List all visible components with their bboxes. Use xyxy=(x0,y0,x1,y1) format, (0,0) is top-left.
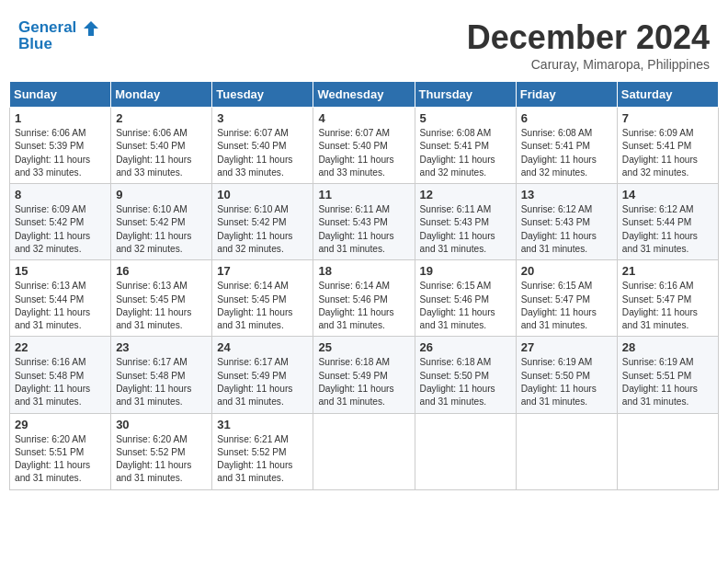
day-info: Sunrise: 6:07 AM Sunset: 5:40 PM Dayligh… xyxy=(318,127,409,179)
day-info: Sunrise: 6:16 AM Sunset: 5:47 PM Dayligh… xyxy=(622,280,713,332)
calendar-cell: 5Sunrise: 6:08 AM Sunset: 5:41 PM Daylig… xyxy=(415,108,516,184)
day-number: 30 xyxy=(116,418,207,431)
calendar-cell xyxy=(516,413,617,489)
logo-line2: Blue xyxy=(18,35,99,53)
day-info: Sunrise: 6:09 AM Sunset: 5:41 PM Dayligh… xyxy=(622,127,713,179)
day-number: 3 xyxy=(217,111,308,125)
calendar-cell: 24Sunrise: 6:17 AM Sunset: 5:49 PM Dayli… xyxy=(212,337,313,413)
day-number: 26 xyxy=(420,340,511,354)
day-info: Sunrise: 6:12 AM Sunset: 5:43 PM Dayligh… xyxy=(521,203,612,256)
calendar-cell: 26Sunrise: 6:18 AM Sunset: 5:50 PM Dayli… xyxy=(415,337,516,413)
day-info: Sunrise: 6:13 AM Sunset: 5:44 PM Dayligh… xyxy=(15,280,106,332)
calendar-cell: 3Sunrise: 6:07 AM Sunset: 5:40 PM Daylig… xyxy=(212,108,313,184)
calendar-cell: 10Sunrise: 6:10 AM Sunset: 5:42 PM Dayli… xyxy=(212,184,313,260)
calendar-cell: 4Sunrise: 6:07 AM Sunset: 5:40 PM Daylig… xyxy=(313,108,415,184)
calendar-cell: 19Sunrise: 6:15 AM Sunset: 5:46 PM Dayli… xyxy=(415,260,516,337)
calendar-cell: 29Sunrise: 6:20 AM Sunset: 5:51 PM Dayli… xyxy=(10,413,111,489)
day-info: Sunrise: 6:19 AM Sunset: 5:51 PM Dayligh… xyxy=(622,356,713,408)
weekday-header-saturday: Saturday xyxy=(617,82,718,108)
day-number: 5 xyxy=(420,111,511,125)
calendar-cell: 20Sunrise: 6:15 AM Sunset: 5:47 PM Dayli… xyxy=(516,260,617,337)
calendar-cell: 11Sunrise: 6:11 AM Sunset: 5:43 PM Dayli… xyxy=(313,184,415,260)
calendar-cell: 18Sunrise: 6:14 AM Sunset: 5:46 PM Dayli… xyxy=(313,260,415,337)
calendar-cell: 1Sunrise: 6:06 AM Sunset: 5:39 PM Daylig… xyxy=(10,108,111,184)
weekday-header-tuesday: Tuesday xyxy=(212,82,313,108)
calendar-cell: 8Sunrise: 6:09 AM Sunset: 5:42 PM Daylig… xyxy=(10,184,111,260)
day-info: Sunrise: 6:17 AM Sunset: 5:48 PM Dayligh… xyxy=(116,356,207,408)
calendar-cell: 28Sunrise: 6:19 AM Sunset: 5:51 PM Dayli… xyxy=(617,337,718,413)
weekday-header-wednesday: Wednesday xyxy=(313,82,415,108)
day-info: Sunrise: 6:21 AM Sunset: 5:52 PM Dayligh… xyxy=(217,433,308,486)
day-info: Sunrise: 6:18 AM Sunset: 5:49 PM Dayligh… xyxy=(318,356,409,408)
calendar-cell: 22Sunrise: 6:16 AM Sunset: 5:48 PM Dayli… xyxy=(10,337,111,413)
day-number: 23 xyxy=(116,340,207,354)
day-number: 16 xyxy=(116,264,207,278)
calendar-cell: 7Sunrise: 6:09 AM Sunset: 5:41 PM Daylig… xyxy=(617,108,718,184)
day-info: Sunrise: 6:11 AM Sunset: 5:43 PM Dayligh… xyxy=(318,203,409,256)
day-info: Sunrise: 6:07 AM Sunset: 5:40 PM Dayligh… xyxy=(217,127,308,179)
day-number: 19 xyxy=(420,264,511,278)
calendar-week-5: 29Sunrise: 6:20 AM Sunset: 5:51 PM Dayli… xyxy=(10,413,719,489)
day-info: Sunrise: 6:17 AM Sunset: 5:49 PM Dayligh… xyxy=(217,356,308,408)
day-info: Sunrise: 6:06 AM Sunset: 5:39 PM Dayligh… xyxy=(15,127,106,179)
calendar-cell: 21Sunrise: 6:16 AM Sunset: 5:47 PM Dayli… xyxy=(617,260,718,337)
day-info: Sunrise: 6:11 AM Sunset: 5:43 PM Dayligh… xyxy=(420,203,511,256)
location-subtitle: Caruray, Mimaropa, Philippines xyxy=(467,57,710,72)
day-number: 6 xyxy=(521,111,612,125)
day-info: Sunrise: 6:08 AM Sunset: 5:41 PM Dayligh… xyxy=(420,127,511,179)
day-info: Sunrise: 6:06 AM Sunset: 5:40 PM Dayligh… xyxy=(116,127,207,179)
calendar-cell: 14Sunrise: 6:12 AM Sunset: 5:44 PM Dayli… xyxy=(617,184,718,260)
day-number: 14 xyxy=(622,188,713,201)
day-info: Sunrise: 6:16 AM Sunset: 5:48 PM Dayligh… xyxy=(15,356,106,408)
weekday-header-row: SundayMondayTuesdayWednesdayThursdayFrid… xyxy=(10,82,719,108)
day-number: 1 xyxy=(15,111,106,125)
day-info: Sunrise: 6:20 AM Sunset: 5:51 PM Dayligh… xyxy=(15,433,106,486)
day-number: 29 xyxy=(15,418,106,431)
calendar-week-3: 15Sunrise: 6:13 AM Sunset: 5:44 PM Dayli… xyxy=(10,260,719,337)
day-info: Sunrise: 6:18 AM Sunset: 5:50 PM Dayligh… xyxy=(420,356,511,408)
day-number: 17 xyxy=(217,264,308,278)
day-info: Sunrise: 6:15 AM Sunset: 5:47 PM Dayligh… xyxy=(521,280,612,332)
day-number: 12 xyxy=(420,188,511,201)
day-info: Sunrise: 6:12 AM Sunset: 5:44 PM Dayligh… xyxy=(622,203,713,256)
day-number: 27 xyxy=(521,340,612,354)
calendar-cell: 12Sunrise: 6:11 AM Sunset: 5:43 PM Dayli… xyxy=(415,184,516,260)
day-info: Sunrise: 6:10 AM Sunset: 5:42 PM Dayligh… xyxy=(217,203,308,256)
day-number: 22 xyxy=(15,340,106,354)
day-number: 4 xyxy=(318,111,409,125)
day-number: 31 xyxy=(217,418,308,431)
calendar-table: SundayMondayTuesdayWednesdayThursdayFrid… xyxy=(9,81,719,490)
weekday-header-monday: Monday xyxy=(111,82,212,108)
weekday-header-sunday: Sunday xyxy=(10,82,111,108)
calendar-week-2: 8Sunrise: 6:09 AM Sunset: 5:42 PM Daylig… xyxy=(10,184,719,260)
calendar-cell: 30Sunrise: 6:20 AM Sunset: 5:52 PM Dayli… xyxy=(111,413,212,489)
day-info: Sunrise: 6:15 AM Sunset: 5:46 PM Dayligh… xyxy=(420,280,511,332)
calendar-cell: 16Sunrise: 6:13 AM Sunset: 5:45 PM Dayli… xyxy=(111,260,212,337)
calendar-cell: 6Sunrise: 6:08 AM Sunset: 5:41 PM Daylig… xyxy=(516,108,617,184)
calendar-cell: 2Sunrise: 6:06 AM Sunset: 5:40 PM Daylig… xyxy=(111,108,212,184)
day-number: 13 xyxy=(521,188,612,201)
day-info: Sunrise: 6:09 AM Sunset: 5:42 PM Dayligh… xyxy=(15,203,106,256)
day-number: 20 xyxy=(521,264,612,278)
day-info: Sunrise: 6:13 AM Sunset: 5:45 PM Dayligh… xyxy=(116,280,207,332)
calendar-cell: 9Sunrise: 6:10 AM Sunset: 5:42 PM Daylig… xyxy=(111,184,212,260)
day-info: Sunrise: 6:14 AM Sunset: 5:46 PM Dayligh… xyxy=(318,280,409,332)
calendar-cell: 23Sunrise: 6:17 AM Sunset: 5:48 PM Dayli… xyxy=(111,337,212,413)
weekday-header-thursday: Thursday xyxy=(415,82,516,108)
month-title: December 2024 xyxy=(467,18,710,57)
page-header: General Blue December 2024 Caruray, Mima… xyxy=(9,9,719,76)
day-number: 7 xyxy=(622,111,713,125)
calendar-week-4: 22Sunrise: 6:16 AM Sunset: 5:48 PM Dayli… xyxy=(10,337,719,413)
calendar-cell: 25Sunrise: 6:18 AM Sunset: 5:49 PM Dayli… xyxy=(313,337,415,413)
weekday-header-friday: Friday xyxy=(516,82,617,108)
svg-marker-0 xyxy=(84,21,98,36)
day-number: 9 xyxy=(116,188,207,201)
day-number: 18 xyxy=(318,264,409,278)
day-number: 2 xyxy=(116,111,207,125)
title-block: December 2024 Caruray, Mimaropa, Philipp… xyxy=(467,18,710,72)
day-info: Sunrise: 6:19 AM Sunset: 5:50 PM Dayligh… xyxy=(521,356,612,408)
day-number: 24 xyxy=(217,340,308,354)
calendar-week-1: 1Sunrise: 6:06 AM Sunset: 5:39 PM Daylig… xyxy=(10,108,719,184)
day-number: 25 xyxy=(318,340,409,354)
day-number: 10 xyxy=(217,188,308,201)
